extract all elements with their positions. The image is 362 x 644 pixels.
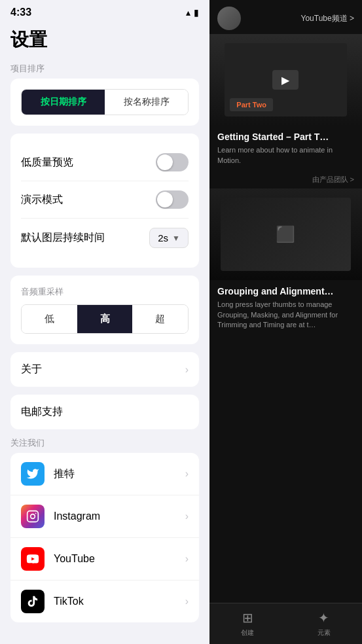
resample-card: 音频重采样 低 高 超 [10,276,199,344]
video2-desc: Long press layer thumbs to manage Groupi… [217,300,354,330]
options-card: 低质量预览 演示模式 默认图层持续时间 2s ▼ [10,134,199,268]
twitter-icon [21,462,45,486]
status-bar: 4:33 ▴ ▮ [0,0,209,22]
elements-label: 元素 [317,628,331,637]
tiktok-label: TikTok [54,596,84,607]
resample-label: 音频重采样 [21,286,189,298]
video2-info: Grouping and Alignment… Long press layer… [209,280,362,335]
video-thumb-2: ⬛ [209,188,362,280]
user-avatar [217,7,241,30]
elements-icon: ✦ [318,610,329,626]
resample-buttons-group: 低 高 超 [21,304,189,334]
instagram-row[interactable]: Instagram › [10,495,199,538]
chevron-down-icon: ▼ [172,234,180,243]
about-row[interactable]: 关于 › [10,352,199,387]
low-quality-row: 低质量预览 [21,144,189,181]
about-chevron-icon: › [185,364,189,376]
svg-point-2 [35,513,37,514]
video1-tag: Part Two [230,98,273,111]
section-divider: 由产品团队 > [209,171,362,188]
resample-ultra-button[interactable]: 超 [132,305,188,333]
sort-by-name-button[interactable]: 按名称排序 [105,90,188,115]
tiktok-row[interactable]: TikTok › [10,581,199,622]
youtube-row[interactable]: YouTube › [10,538,199,581]
instagram-icon [21,505,45,528]
channel-label[interactable]: YouTube频道 > [301,13,355,24]
follow-section-label: 关注我们 [10,437,199,449]
right-content: YouTube频道 > Part Two ▶ Getting Started –… [209,0,362,644]
tab-create[interactable]: ⊞ 创建 [241,610,254,637]
resample-high-button[interactable]: 高 [77,305,133,333]
duration-select[interactable]: 2s ▼ [149,228,189,248]
duration-value: 2s [158,232,168,243]
status-icons: ▴ ▮ [186,7,199,18]
youtube-icon [21,547,45,571]
twitter-chevron-icon: › [185,468,189,480]
create-icon: ⊞ [242,610,253,626]
demo-mode-row: 演示模式 [21,181,189,219]
sort-buttons-group: 按日期排序 按名称排序 [21,89,189,115]
svg-point-1 [31,514,35,519]
demo-mode-toggle[interactable] [156,190,189,209]
twitter-row[interactable]: 推特 › [10,453,199,495]
youtube-chevron-icon: › [185,553,189,565]
video1-desc: Learn more about how to animate in Motio… [217,145,354,166]
instagram-chevron-icon: › [185,510,189,522]
tab-elements[interactable]: ✦ 元素 [317,610,331,637]
create-label: 创建 [241,628,254,637]
follow-card: 推特 › Instagram › [10,453,199,622]
youtube-label: YouTube [54,553,95,565]
status-time: 4:33 [10,7,31,18]
sort-card: 按日期排序 按名称排序 [10,79,199,126]
right-panel: YouTube频道 > Part Two ▶ Getting Started –… [209,0,362,644]
duration-label: 默认图层持续时间 [21,231,105,245]
twitter-left: 推特 [21,462,75,486]
youtube-left: YouTube [21,547,95,571]
battery-icon: ▮ [194,7,199,18]
bottom-tab-bar: ⊞ 创建 ✦ 元素 [209,603,362,644]
sort-by-date-button[interactable]: 按日期排序 [22,90,105,115]
sort-section-label: 项目排序 [10,63,199,75]
low-quality-label: 低质量预览 [21,156,73,170]
wifi-icon: ▴ [186,7,190,18]
email-support-row[interactable]: 电邮支持 [10,395,199,429]
instagram-left: Instagram [21,505,100,528]
page-title: 设置 [0,22,209,63]
tiktok-icon [21,590,45,613]
video2-title: Grouping and Alignment… [217,285,354,297]
resample-low-button[interactable]: 低 [22,305,77,333]
video1-title: Getting Started – Part T… [217,131,354,143]
demo-mode-label: 演示模式 [21,193,63,207]
duration-row: 默认图层持续时间 2s ▼ [21,219,189,257]
svg-rect-0 [27,511,39,522]
tiktok-chevron-icon: › [185,596,189,607]
tiktok-left: TikTok [21,590,84,613]
about-label: 关于 [21,363,42,376]
low-quality-toggle[interactable] [156,153,189,171]
email-support-label: 电邮支持 [21,405,63,419]
video-thumb-1: Part Two ▶ [209,34,362,126]
twitter-label: 推特 [54,467,75,481]
settings-panel: 4:33 ▴ ▮ 设置 项目排序 按日期排序 按名称排序 低质量预览 演示模式 … [0,0,209,644]
video1-info: Getting Started – Part T… Learn more abo… [209,126,362,171]
instagram-label: Instagram [54,510,100,522]
